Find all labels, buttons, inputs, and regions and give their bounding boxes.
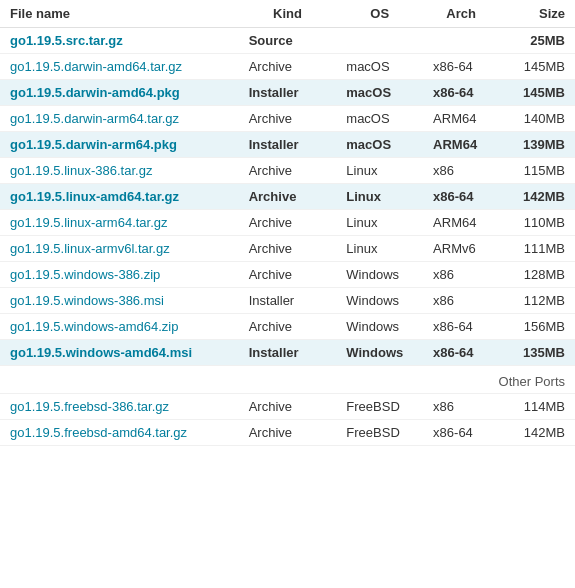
table-row: go1.19.5.darwin-arm64.pkgInstallermacOSA… [0, 132, 575, 158]
file-link[interactable]: go1.19.5.darwin-arm64.pkg [10, 137, 177, 152]
file-kind: Archive [239, 262, 337, 288]
file-kind: Archive [239, 54, 337, 80]
file-size: 142MB [499, 184, 575, 210]
file-os: FreeBSD [336, 394, 423, 420]
file-arch: x86-64 [423, 314, 499, 340]
downloads-table: File name Kind OS Arch Size go1.19.5.src… [0, 0, 575, 446]
file-size: 111MB [499, 236, 575, 262]
table-row: go1.19.5.windows-amd64.msiInstallerWindo… [0, 340, 575, 366]
file-size: 114MB [499, 394, 575, 420]
file-arch: x86 [423, 394, 499, 420]
file-arch: x86-64 [423, 340, 499, 366]
file-link[interactable]: go1.19.5.src.tar.gz [10, 33, 123, 48]
table-row: go1.19.5.windows-386.msiInstallerWindows… [0, 288, 575, 314]
file-os: Windows [336, 288, 423, 314]
table-row: go1.19.5.linux-amd64.tar.gzArchiveLinuxx… [0, 184, 575, 210]
table-row: go1.19.5.linux-arm64.tar.gzArchiveLinuxA… [0, 210, 575, 236]
table-row: go1.19.5.freebsd-amd64.tar.gzArchiveFree… [0, 420, 575, 446]
file-arch: x86 [423, 262, 499, 288]
file-kind: Installer [239, 132, 337, 158]
file-os: Linux [336, 210, 423, 236]
file-kind: Archive [239, 236, 337, 262]
file-os: Linux [336, 184, 423, 210]
file-link[interactable]: go1.19.5.darwin-amd64.tar.gz [10, 59, 182, 74]
file-arch: ARM64 [423, 106, 499, 132]
table-row: go1.19.5.windows-386.zipArchiveWindowsx8… [0, 262, 575, 288]
file-link[interactable]: go1.19.5.linux-arm64.tar.gz [10, 215, 168, 230]
file-os: Linux [336, 236, 423, 262]
file-os: Windows [336, 314, 423, 340]
file-link[interactable]: go1.19.5.darwin-amd64.pkg [10, 85, 180, 100]
file-size: 156MB [499, 314, 575, 340]
file-link[interactable]: go1.19.5.linux-armv6l.tar.gz [10, 241, 170, 256]
file-size: 135MB [499, 340, 575, 366]
file-link[interactable]: go1.19.5.linux-amd64.tar.gz [10, 189, 179, 204]
file-os: Linux [336, 158, 423, 184]
file-size: 112MB [499, 288, 575, 314]
col-header-arch: Arch [423, 0, 499, 28]
file-kind: Source [239, 28, 337, 54]
col-header-size: Size [499, 0, 575, 28]
file-arch: x86 [423, 288, 499, 314]
col-header-kind: Kind [239, 0, 337, 28]
file-link[interactable]: go1.19.5.freebsd-386.tar.gz [10, 399, 169, 414]
file-link[interactable]: go1.19.5.linux-386.tar.gz [10, 163, 152, 178]
table-row: go1.19.5.darwin-arm64.tar.gzArchivemacOS… [0, 106, 575, 132]
file-os: FreeBSD [336, 420, 423, 446]
file-arch: x86-64 [423, 54, 499, 80]
file-arch: x86 [423, 158, 499, 184]
file-link[interactable]: go1.19.5.freebsd-amd64.tar.gz [10, 425, 187, 440]
file-arch: x86-64 [423, 420, 499, 446]
file-link[interactable]: go1.19.5.windows-386.zip [10, 267, 160, 282]
table-row: go1.19.5.src.tar.gzSource25MB [0, 28, 575, 54]
table-row: go1.19.5.darwin-amd64.pkgInstallermacOSx… [0, 80, 575, 106]
file-kind: Archive [239, 158, 337, 184]
file-arch: x86-64 [423, 184, 499, 210]
file-os: macOS [336, 106, 423, 132]
file-os: Windows [336, 262, 423, 288]
file-size: 142MB [499, 420, 575, 446]
file-kind: Archive [239, 106, 337, 132]
file-os: Windows [336, 340, 423, 366]
file-kind: Archive [239, 314, 337, 340]
file-size: 145MB [499, 54, 575, 80]
file-size: 128MB [499, 262, 575, 288]
file-arch: ARM64 [423, 132, 499, 158]
file-kind: Archive [239, 420, 337, 446]
file-kind: Installer [239, 80, 337, 106]
file-kind: Archive [239, 184, 337, 210]
file-size: 139MB [499, 132, 575, 158]
file-os: macOS [336, 80, 423, 106]
file-size: 145MB [499, 80, 575, 106]
file-os: macOS [336, 54, 423, 80]
table-row: go1.19.5.darwin-amd64.tar.gzArchivemacOS… [0, 54, 575, 80]
table-row: go1.19.5.windows-amd64.zipArchiveWindows… [0, 314, 575, 340]
file-size: 25MB [499, 28, 575, 54]
file-os: macOS [336, 132, 423, 158]
table-row: go1.19.5.freebsd-386.tar.gzArchiveFreeBS… [0, 394, 575, 420]
file-kind: Archive [239, 394, 337, 420]
file-link[interactable]: go1.19.5.windows-386.msi [10, 293, 164, 308]
table-header-row: File name Kind OS Arch Size [0, 0, 575, 28]
table-row: go1.19.5.linux-386.tar.gzArchiveLinuxx86… [0, 158, 575, 184]
col-header-name: File name [0, 0, 239, 28]
table-row: go1.19.5.linux-armv6l.tar.gzArchiveLinux… [0, 236, 575, 262]
file-kind: Archive [239, 210, 337, 236]
file-kind: Installer [239, 288, 337, 314]
file-size: 115MB [499, 158, 575, 184]
col-header-os: OS [336, 0, 423, 28]
file-arch: x86-64 [423, 80, 499, 106]
file-link[interactable]: go1.19.5.windows-amd64.zip [10, 319, 178, 334]
file-arch: ARMv6 [423, 236, 499, 262]
file-link[interactable]: go1.19.5.darwin-arm64.tar.gz [10, 111, 179, 126]
file-kind: Installer [239, 340, 337, 366]
file-link[interactable]: go1.19.5.windows-amd64.msi [10, 345, 192, 360]
file-size: 140MB [499, 106, 575, 132]
section-other-ports: Other Ports [0, 366, 575, 394]
file-os [336, 28, 423, 54]
section-other-ports-label: Other Ports [0, 366, 575, 394]
file-size: 110MB [499, 210, 575, 236]
file-arch: ARM64 [423, 210, 499, 236]
file-arch [423, 28, 499, 54]
